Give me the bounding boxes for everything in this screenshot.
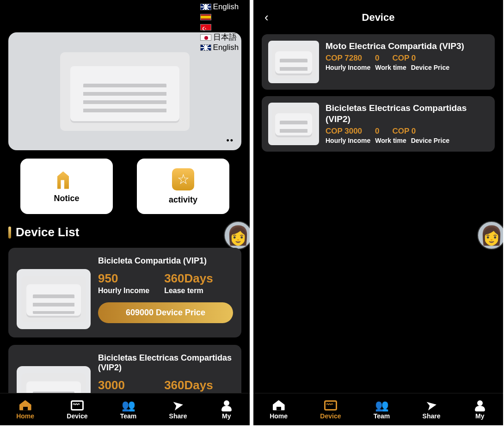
support-avatar[interactable]: 👩 [224, 221, 250, 250]
device-price-button[interactable]: 609000 Device Price [98, 302, 233, 323]
nav-team[interactable]: 👥 Team [120, 399, 137, 420]
right-content: ‹ Device Moto Electrica Compartida (VIP3… [253, 0, 503, 425]
share-icon: ➤ [424, 399, 438, 411]
hero-device-image [60, 52, 190, 131]
work-time-label: Work time [375, 64, 406, 71]
owned-device-vip2[interactable]: Bicicletas Electricas Compartidas (VIP2)… [262, 96, 495, 152]
nav-device[interactable]: Device [67, 399, 87, 420]
device-name: Bicicletas Electricas Compartidas (VIP2) [98, 353, 233, 373]
nav-home[interactable]: Home [270, 399, 288, 420]
bottom-nav-right: Home Device 👥 Team ➤ Share My [253, 393, 503, 425]
quick-cards-row: Notice ☆ activity [8, 159, 241, 214]
device-price-value: COP 0 [393, 54, 416, 63]
device-values: COP 3000 0 COP 0 [326, 127, 488, 136]
hourly-income-value: 3000 [98, 378, 149, 392]
device-price-label: Device Price [411, 64, 449, 71]
lang-japanese[interactable]: 日本語 [200, 32, 241, 43]
nav-my[interactable]: My [220, 399, 234, 420]
device-name: Bicicletas Electricas Compartidas (VIP2) [326, 103, 488, 125]
work-time-label: Work time [375, 137, 406, 144]
lease-term-value: 360Days [164, 271, 213, 286]
device-card-vip1[interactable]: Bicicleta Compartida (VIP1) 950 Hourly I… [8, 248, 241, 337]
team-icon: 👥 [375, 399, 389, 411]
phone-right: ‹ Device Moto Electrica Compartida (VIP3… [253, 0, 503, 425]
nav-team[interactable]: 👥 Team [374, 399, 390, 420]
star-icon: ☆ [172, 168, 194, 190]
device-name: Bicicleta Compartida (VIP1) [98, 256, 233, 266]
activity-button[interactable]: ☆ activity [137, 159, 229, 214]
avatar-icon: 👩 [480, 225, 503, 246]
back-button[interactable]: ‹ [264, 10, 269, 25]
device-image-icon [272, 45, 316, 79]
device-kv: 950 Hourly Income 360Days Lease term [98, 271, 233, 295]
hourly-income-label: Hourly Income [326, 64, 370, 71]
lang-english-2[interactable]: English [200, 43, 241, 53]
lease-term-value: 360Days [164, 378, 213, 392]
device-image-icon [21, 276, 86, 322]
device-info: Bicicleta Compartida (VIP1) 950 Hourly I… [98, 256, 233, 329]
bottom-nav-left: Home Device 👥 Team ➤ Share My [0, 393, 250, 425]
lang-turkce[interactable]: Türkçe [200, 22, 241, 32]
device-name: Moto Electrica Compartida (VIP3) [326, 41, 488, 52]
device-info: Bicicletas Electricas Compartidas (VIP2)… [326, 103, 488, 145]
device-icon [70, 399, 84, 411]
work-time-value: 0 [375, 54, 379, 63]
my-icon [220, 399, 234, 411]
device-thumb [17, 269, 91, 329]
device-values: COP 7280 0 COP 0 [326, 54, 488, 63]
building-icon [55, 170, 78, 189]
hourly-income-value: COP 7280 [326, 54, 362, 63]
activity-label: activity [169, 195, 197, 205]
nav-share[interactable]: ➤ Share [169, 399, 187, 420]
notice-button[interactable]: Notice [20, 159, 113, 214]
device-price-value: COP 0 [393, 127, 416, 136]
support-avatar[interactable]: 👩 [477, 221, 503, 250]
phone-left: English Español Türkçe 日本語 English •• No… [0, 0, 250, 425]
owned-device-vip3[interactable]: Moto Electrica Compartida (VIP3) COP 728… [262, 34, 495, 90]
device-icon [324, 399, 338, 411]
hourly-income-value: 950 [98, 271, 149, 286]
notice-label: Notice [54, 194, 79, 203]
flag-uk-icon [200, 4, 211, 10]
device-list-title: Device List [16, 225, 79, 239]
page-title: Device [362, 12, 395, 24]
nav-home[interactable]: Home [16, 399, 34, 420]
device-info: Moto Electrica Compartida (VIP3) COP 728… [326, 41, 488, 83]
page-header: ‹ Device [262, 7, 495, 28]
work-time-value: 0 [375, 127, 379, 136]
home-icon [272, 399, 286, 411]
device-thumb [268, 103, 319, 145]
nav-my[interactable]: My [473, 399, 487, 420]
device-thumb [268, 41, 319, 83]
hourly-income-label: Hourly Income [326, 137, 370, 144]
device-list-header: Device List [8, 225, 241, 239]
avatar-icon: 👩 [227, 225, 250, 246]
flag-jp-icon [200, 34, 211, 41]
lease-term-label: Lease term [164, 287, 213, 295]
carousel-dots-icon[interactable]: •• [226, 136, 234, 146]
home-icon [18, 399, 32, 411]
flag-es-icon [200, 14, 211, 20]
nav-share[interactable]: ➤ Share [423, 399, 441, 420]
share-icon: ➤ [171, 399, 185, 411]
language-selector[interactable]: English Español Türkçe 日本語 English [200, 2, 241, 53]
my-icon [473, 399, 487, 411]
team-icon: 👥 [122, 399, 135, 411]
accent-bar-icon [8, 227, 11, 239]
flag-tr-icon [200, 24, 211, 31]
left-content: English Español Türkçe 日本語 English •• No… [0, 0, 250, 425]
device-labels: Hourly Income Work time Device Price [326, 64, 488, 71]
device-image-icon [272, 107, 316, 141]
hourly-income-value: COP 3000 [326, 127, 362, 136]
device-price-label: Device Price [411, 137, 449, 144]
nav-device[interactable]: Device [320, 399, 341, 420]
flag-uk-icon [200, 44, 211, 51]
lang-english[interactable]: English [200, 2, 241, 12]
hourly-income-label: Hourly Income [98, 287, 149, 295]
lang-espanol[interactable]: Español [200, 12, 241, 22]
device-labels: Hourly Income Work time Device Price [326, 137, 488, 144]
